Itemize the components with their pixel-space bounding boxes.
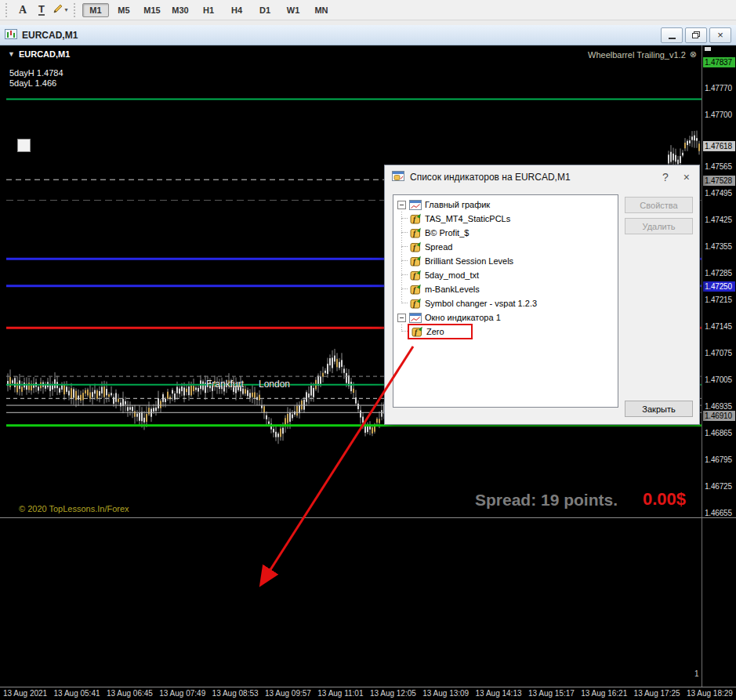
minimize-button[interactable]: [661, 27, 683, 43]
time-label: 13 Aug 17:25: [634, 689, 680, 700]
function-icon: f: [410, 256, 422, 267]
price-tick: 1.47495: [705, 189, 732, 198]
tree-group[interactable]: Главный график: [393, 198, 618, 212]
top-toolbar: A T ▾ M1M5M15M30H1H4D1W1MN: [0, 0, 736, 20]
delete-button[interactable]: Удалить: [625, 218, 693, 234]
price-tick: 1.46795: [705, 455, 732, 464]
price-marker: 1.47250: [703, 281, 735, 292]
time-label: 13 Aug 16:21: [581, 689, 627, 700]
profit-label: 0.00$: [643, 489, 686, 510]
function-icon: f: [410, 298, 422, 309]
price-tick: 1.47700: [705, 111, 732, 119]
price-scale-divider: [702, 45, 702, 687]
trailing-widget-button[interactable]: [17, 139, 31, 152]
indicator-list-dialog: Список индикаторов на EURCAD,M1 ? × Глав…: [384, 165, 700, 425]
tree-indicator-item[interactable]: fBrilliant Session Levels: [393, 254, 618, 268]
indicator-pane-tick: 1: [694, 669, 699, 678]
properties-button[interactable]: Свойства: [625, 197, 693, 213]
indicator-tree[interactable]: Главный графикfTAS_MT4_StaticPCLsfB© Pro…: [393, 194, 618, 408]
price-tick: 1.46935: [705, 402, 732, 411]
chart-window-icon: [409, 200, 422, 210]
dialog-close-action-button[interactable]: Закрыть: [625, 401, 693, 417]
chart-symbol-label[interactable]: ▼ EURCAD,M1: [8, 49, 70, 59]
tree-indicator-item[interactable]: fTAS_MT4_StaticPCLs: [393, 212, 618, 226]
timeframe-mn[interactable]: MN: [308, 3, 335, 17]
time-axis[interactable]: 13 Aug 202113 Aug 05:4113 Aug 06:4513 Au…: [0, 687, 736, 700]
timeframe-h1[interactable]: H1: [195, 3, 222, 17]
time-label: 13 Aug 08:53: [212, 689, 259, 700]
dialog-titlebar[interactable]: Список индикаторов на EURCAD,M1 ? ×: [385, 165, 699, 189]
close-button[interactable]: ×: [709, 27, 731, 43]
timeframe-m15[interactable]: M15: [139, 3, 165, 17]
function-icon: f: [410, 227, 422, 238]
text-tool-icon: T: [38, 5, 45, 16]
timeframe-m30[interactable]: M30: [167, 3, 194, 17]
timeframe-m5[interactable]: M5: [111, 3, 137, 17]
tree-indicator-item[interactable]: f5day_mod_txt: [393, 268, 618, 282]
price-tick: 1.46725: [705, 482, 732, 491]
annotation-a-tool[interactable]: A: [13, 2, 32, 18]
timeframe-d1[interactable]: D1: [252, 3, 278, 17]
price-tick: 1.47215: [705, 296, 732, 304]
time-label: 13 Aug 06:45: [107, 689, 153, 700]
price-tick: 1.46865: [705, 429, 732, 437]
toolbar-grip[interactable]: [74, 3, 78, 17]
tree-indicator-item[interactable]: fZero: [393, 325, 618, 339]
session-label-frankfurt: Frankfurt: [206, 379, 244, 390]
symbol-dropdown-icon[interactable]: ▼: [8, 50, 15, 58]
function-icon: f: [412, 326, 423, 337]
session-label-london: London: [259, 379, 290, 390]
price-tick: 1.47355: [705, 242, 732, 251]
chevron-down-icon: ▾: [64, 6, 67, 13]
price-tick: 1.47145: [705, 322, 732, 331]
time-label: 13 Aug 11:01: [317, 689, 363, 700]
restore-button[interactable]: [685, 27, 707, 43]
price-tick: 1.47565: [705, 162, 732, 171]
time-label: 13 Aug 09:57: [265, 689, 311, 700]
time-label: 13 Aug 05:41: [54, 689, 100, 700]
tree-indicator-item[interactable]: fSpread: [393, 240, 618, 254]
tree-indicator-item[interactable]: fm-BankLevels: [393, 282, 618, 296]
chart-window-icon: [5, 28, 17, 42]
ea-close-icon[interactable]: ⊗: [690, 49, 697, 60]
time-label: 13 Aug 13:09: [422, 689, 469, 700]
chart-window-icon: [409, 313, 422, 323]
window-controls: ×: [661, 27, 731, 43]
function-icon: f: [410, 270, 422, 281]
timeframe-w1[interactable]: W1: [280, 3, 306, 17]
time-label: 13 Aug 12:05: [370, 689, 416, 700]
pane-splitter[interactable]: [0, 517, 736, 518]
restore-icon: [692, 31, 700, 38]
price-marker: 1.47528: [703, 176, 735, 186]
time-label: 13 Aug 14:13: [476, 689, 522, 700]
dialog-help-button[interactable]: ?: [662, 172, 669, 183]
mt4-application-window: A T ▾ M1M5M15M30H1H4D1W1MN EURCAD,M1 ×: [0, 0, 736, 700]
tree-indicator-item[interactable]: fB© Profit_$: [393, 226, 618, 240]
price-scale[interactable]: 1.477701.477001.475651.474951.474251.473…: [703, 45, 736, 687]
timeframe-m1[interactable]: M1: [82, 3, 109, 17]
pencil-icon: [53, 3, 63, 17]
highlight-box: fZero: [408, 324, 473, 339]
price-marker: 1.46910: [703, 411, 735, 421]
five-day-low: 5dayL 1.466: [9, 78, 63, 89]
tree-group[interactable]: Окно индикатора 1: [393, 310, 618, 325]
price-tick: 1.47285: [705, 269, 732, 277]
collapse-icon[interactable]: [397, 314, 406, 322]
collapse-icon[interactable]: [397, 201, 406, 209]
price-tick: 1.47425: [705, 216, 732, 224]
chart-window-title: EURCAD,M1: [22, 30, 78, 41]
five-day-high: 5dayH 1.4784: [9, 68, 63, 78]
timeframe-h4[interactable]: H4: [223, 3, 250, 17]
function-icon: f: [410, 241, 422, 252]
dialog-close-button[interactable]: ×: [683, 172, 690, 183]
text-label-tool[interactable]: T: [32, 2, 51, 18]
price-marker: 1.47837: [703, 57, 735, 67]
tree-indicator-item[interactable]: fSymbol changer - vspat 1.2.3: [393, 296, 618, 310]
draw-color-tool[interactable]: ▾: [51, 2, 70, 18]
price-tick: 1.47075: [705, 349, 732, 357]
time-label: 13 Aug 15:17: [528, 689, 575, 700]
time-label: 13 Aug 2021: [3, 689, 47, 700]
toolbar-grip[interactable]: [5, 3, 9, 17]
price-tick: 1.47770: [705, 84, 732, 92]
chart-window-titlebar[interactable]: EURCAD,M1 ×: [0, 25, 736, 45]
